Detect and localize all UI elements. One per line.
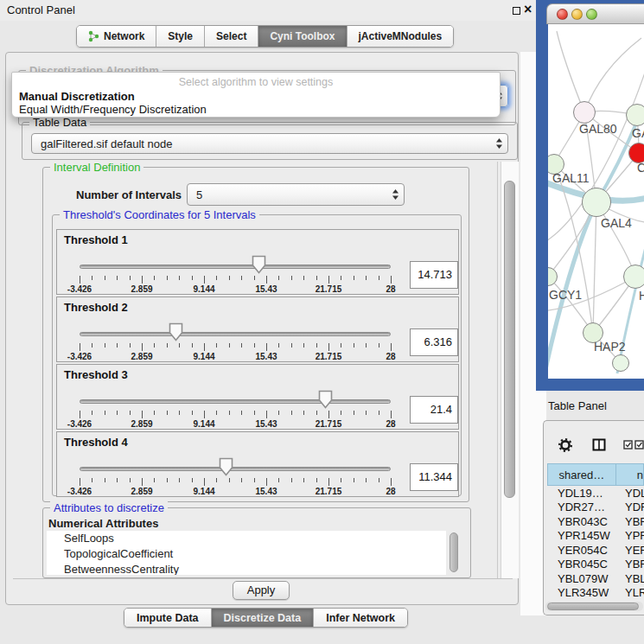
table-cell[interactable]: YBR045C [547, 558, 616, 571]
mac-minimize-icon[interactable] [571, 9, 583, 20]
threshold-slider[interactable]: -3.4262.8599.14415.4321.71528 [80, 254, 391, 294]
panel-scrollbar[interactable] [501, 162, 519, 578]
table-cell[interactable]: YBR0 [616, 515, 644, 528]
tick-mark [254, 276, 255, 280]
table-row[interactable]: YDR27…YDR2 [547, 501, 644, 515]
table-row[interactable]: YBR045CYBR0 [547, 558, 644, 572]
table-cell[interactable]: YDL1 [616, 487, 644, 500]
tick-mark [379, 343, 379, 348]
threshold-value-field[interactable]: 6.316 [410, 328, 458, 356]
column-header-shared[interactable]: shared… [547, 463, 616, 486]
table-data-select[interactable]: galFiltered.sif default node [31, 133, 508, 154]
number-of-intervals-value: 5 [196, 188, 202, 201]
tick-mark [204, 411, 205, 418]
network-node-gal80[interactable] [573, 101, 596, 124]
network-canvas[interactable]: GAL80GACGAL11GAL4GCY1HHAP2 [548, 24, 644, 379]
network-node[interactable] [612, 354, 629, 372]
float-window-icon[interactable] [513, 7, 520, 15]
tab-select[interactable]: Select [204, 26, 258, 47]
table-hscrollbar[interactable] [545, 602, 643, 611]
table-cell[interactable]: YBL079W [547, 572, 616, 585]
table-cell[interactable]: YBR0 [616, 558, 644, 571]
tab-discretize-data[interactable]: Discretize Data [211, 609, 314, 627]
table-cell[interactable]: YPR145W [547, 529, 616, 542]
tick-mark [266, 343, 267, 351]
scale-label: -3.426 [67, 284, 92, 294]
dropdown-option-equal-width-frequency[interactable]: Equal Width/Frequency Discretization [19, 103, 207, 116]
threshold-slider[interactable]: -3.4262.8599.14415.4321.71528 [80, 322, 391, 361]
list-item-selfloops[interactable]: SelfLoops [47, 531, 446, 546]
list-item-betweennesscentrality[interactable]: BetweennessCentrality [47, 562, 446, 575]
tab-network[interactable]: Network [77, 26, 156, 47]
network-node-label: GCY1 [549, 288, 582, 302]
table-row[interactable]: YIL052CYIL0 [547, 600, 644, 601]
slider-track[interactable] [80, 399, 391, 404]
tab-impute-data[interactable]: Impute Data [124, 609, 211, 627]
tick-mark [366, 478, 367, 482]
tab-jactivemnodules[interactable]: jActiveMNodules [347, 26, 454, 47]
network-node-h[interactable] [623, 265, 644, 289]
slider-track[interactable] [80, 467, 391, 471]
slider-track[interactable] [80, 265, 391, 269]
tick-mark [105, 276, 105, 280]
gear-icon[interactable] [558, 438, 572, 452]
table-cell[interactable]: YLR345W [547, 586, 616, 599]
tick-mark [229, 411, 230, 415]
tab-style[interactable]: Style [156, 26, 204, 47]
close-icon[interactable]: × [524, 1, 532, 18]
scale-label: -3.426 [67, 352, 92, 361]
tab-infer-network[interactable]: Infer Network [313, 609, 407, 627]
list-item-topologicalcoefficient[interactable]: TopologicalCoefficient [47, 546, 446, 562]
table-row[interactable]: YPR145WYPR1 [547, 529, 644, 544]
attributes-group: Attributes to discretize Numerical Attri… [42, 507, 471, 578]
column-header-name[interactable]: n [616, 463, 644, 486]
threshold-value-field[interactable]: 11.344 [410, 463, 458, 491]
table-cell[interactable]: YBL0 [616, 572, 644, 585]
tick-mark [192, 276, 193, 280]
slider-thumb[interactable] [219, 457, 233, 476]
network-node-gal4[interactable] [582, 188, 611, 217]
table-row[interactable]: YBL079WYBL0 [547, 571, 644, 586]
slider-thumb[interactable] [318, 390, 333, 409]
table-row[interactable]: YLR345WYLR3 [547, 586, 644, 601]
network-window-titlebar[interactable] [546, 3, 644, 24]
dropdown-option-manual-discretization[interactable]: Manual Discretization [19, 90, 135, 103]
slider-thumb[interactable] [252, 255, 266, 274]
table-row[interactable]: YER054CYER0 [547, 543, 644, 558]
tab-cyni-toolbox[interactable]: Cyni Toolbox [258, 26, 346, 47]
number-of-intervals-label: Number of Intervals [76, 188, 182, 201]
threshold-value-field[interactable]: 14.713 [410, 261, 458, 289]
table-cell[interactable]: YDR2 [616, 501, 644, 513]
table-row[interactable]: YBR043CYBR0 [547, 514, 644, 529]
split-columns-icon[interactable] [592, 438, 606, 451]
apply-button[interactable]: Apply [233, 581, 290, 600]
table-cell[interactable]: YLR3 [616, 586, 644, 599]
table-cell[interactable]: YER0 [616, 544, 644, 557]
table-cell[interactable]: YDR27… [547, 501, 616, 513]
tick-mark [303, 478, 304, 482]
table-cell[interactable]: YBR043C [547, 515, 616, 528]
slider-thumb[interactable] [169, 322, 183, 341]
slider-track[interactable] [80, 332, 391, 336]
table-cell[interactable]: YDL19… [547, 487, 616, 500]
tick-mark [216, 276, 217, 280]
table-cell[interactable]: YPR1 [616, 529, 644, 542]
panel-scrollbar-thumb[interactable] [504, 181, 515, 498]
mac-zoom-icon[interactable] [586, 9, 597, 20]
table-cell[interactable]: YER054C [547, 544, 616, 557]
table-row[interactable]: YDL19…YDL1 [547, 486, 644, 501]
attributes-scrollbar-thumb[interactable] [450, 532, 458, 572]
tick-mark [278, 411, 279, 415]
table-hscrollbar-thumb[interactable] [547, 603, 639, 610]
threshold-slider[interactable]: -3.4262.8599.14415.4321.71528 [80, 456, 391, 496]
number-of-intervals-select[interactable]: 5 [187, 183, 405, 206]
tick-mark [328, 276, 329, 284]
checkbox-icon[interactable] [623, 440, 633, 450]
tick-mark [216, 478, 217, 482]
network-node-label: GAL80 [579, 122, 617, 136]
network-node-ga[interactable] [626, 104, 644, 126]
threshold-slider[interactable]: -3.4262.8599.14415.4321.71528 [80, 389, 391, 429]
threshold-value-field[interactable]: 21.4 [410, 396, 458, 424]
checkbox-icon[interactable] [634, 440, 644, 450]
mac-close-icon[interactable] [557, 9, 568, 20]
